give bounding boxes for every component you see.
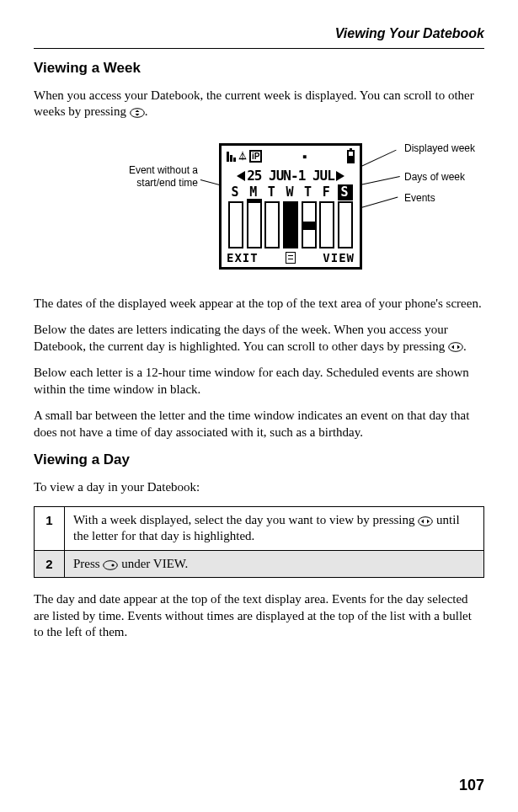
callout-displayed-week: Displayed week (404, 142, 475, 156)
step-text: Press under VIEW. (65, 550, 484, 578)
antenna-icon: ⏃ (238, 151, 247, 162)
small-icon: ▪ (302, 151, 307, 162)
softkey-b-icon (103, 560, 118, 570)
svg-point-1 (449, 343, 463, 352)
heading-viewing-day: Viewing a Day (34, 451, 484, 469)
battery-icon (347, 150, 355, 163)
day-fri: F (319, 184, 334, 201)
step-row-2: 2 Press under VIEW. (35, 550, 484, 578)
day-wed: W (283, 184, 298, 201)
phone-screen: ⏃ iP ▪ 25 JUN-1 JUL S M T W T F S (219, 143, 362, 270)
menu-icon (286, 252, 296, 264)
col-fri (319, 201, 334, 248)
col-sat (338, 201, 353, 248)
arrow-left-icon (237, 171, 245, 181)
text: When you access your Datebook, the curre… (34, 88, 474, 119)
callout-event-no-time: Event without a start/end time (97, 164, 198, 190)
para-day-intro: To view a day in your Datebook: (34, 479, 484, 496)
ip-indicator: iP (249, 150, 262, 163)
nav-up-down-icon (130, 108, 145, 118)
para-time-window: Below each letter is a 12-hour time wind… (34, 365, 484, 398)
callout-events: Events (404, 192, 435, 206)
event-block (303, 222, 315, 230)
status-bar: ⏃ iP ▪ (227, 149, 355, 164)
text: Press (73, 557, 103, 570)
step-text: With a week displayed, select the day yo… (65, 506, 484, 550)
text: under VIEW. (118, 557, 188, 570)
day-sun: S (228, 184, 243, 201)
day-tue: T (264, 184, 280, 201)
running-header: Viewing Your Datebook (34, 25, 484, 43)
callout-days-of-week: Days of week (404, 171, 465, 184)
day-sat-highlighted: S (338, 184, 353, 201)
para-day-result: The day and date appear at the top of th… (34, 591, 484, 641)
step-number: 2 (35, 550, 65, 578)
nav-left-right-icon (448, 342, 463, 352)
softkey-exit: EXIT (227, 250, 259, 265)
step-number: 1 (35, 506, 65, 550)
date-text: 25 JUN-1 JUL (247, 168, 334, 184)
date-range: 25 JUN-1 JUL (222, 168, 360, 185)
para-dates-top: The dates of the displayed week appear a… (34, 296, 484, 313)
svg-point-3 (104, 560, 118, 569)
text: With a week displayed, select the day yo… (73, 513, 418, 526)
col-wed (283, 201, 298, 248)
para-small-bar: A small bar between the letter and the t… (34, 408, 484, 441)
day-thu: T (302, 184, 317, 201)
page-number: 107 (459, 776, 484, 795)
text: . (463, 339, 467, 353)
softkey-row: EXIT VIEW (227, 250, 355, 265)
para-day-letters: Below the dates are letters indicating t… (34, 322, 484, 355)
col-thu (302, 201, 317, 248)
col-sun (228, 201, 243, 248)
week-view-figure: Event without a start/end time Displayed… (34, 131, 484, 282)
text: Below the dates are letters indicating t… (34, 323, 448, 353)
col-mon (247, 201, 262, 248)
svg-point-4 (112, 564, 115, 566)
steps-table: 1 With a week displayed, select the day … (34, 506, 484, 579)
arrow-right-icon (336, 171, 344, 181)
text: . (145, 104, 148, 118)
softkey-view: VIEW (323, 250, 355, 265)
signal-icon (227, 152, 236, 162)
svg-point-2 (419, 516, 433, 526)
time-columns (228, 201, 353, 248)
para-intro-week: When you access your Datebook, the curre… (34, 88, 484, 120)
event-block (285, 203, 296, 247)
header-rule (34, 48, 484, 49)
svg-point-0 (130, 109, 144, 118)
heading-viewing-week: Viewing a Week (34, 59, 484, 77)
nav-left-right-icon (418, 516, 433, 526)
col-tue (264, 201, 280, 248)
step-row-1: 1 With a week displayed, select the day … (35, 506, 484, 550)
